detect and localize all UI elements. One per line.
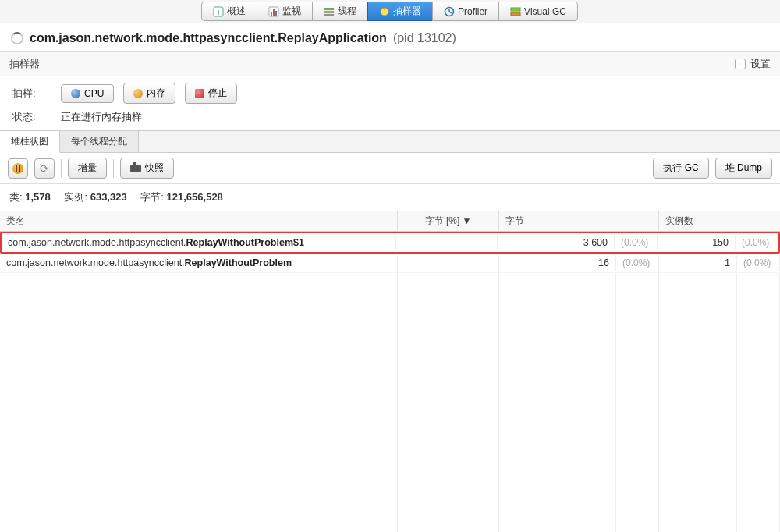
toolbar: ⟳ 增量 快照 执行 GC 堆 Dump — [0, 153, 780, 184]
inner-tabs: 堆柱状图 每个线程分配 — [0, 130, 780, 153]
nav-label: 监视 — [282, 5, 301, 18]
table-body: com.jason.network.mode.httpasyncclient.R… — [0, 232, 780, 532]
info-icon: i — [213, 6, 224, 17]
increment-button[interactable]: 增量 — [68, 158, 107, 179]
table-row[interactable]: com.jason.network.mode.httpasyncclient.R… — [0, 254, 780, 273]
cell-pct — [398, 255, 499, 271]
sampler-icon — [379, 6, 390, 17]
tab-histogram[interactable]: 堆柱状图 — [0, 131, 60, 153]
pause-button[interactable] — [8, 158, 28, 179]
cell-bytes-pct: (0.0%) — [615, 235, 658, 250]
nav-label: 抽样器 — [393, 5, 421, 18]
camera-icon — [130, 165, 141, 172]
class-table: 类名 字节 [%] ▼ 字节 实例数 com.jason.network.mod… — [0, 211, 780, 532]
heap-dump-button[interactable]: 堆 Dump — [715, 158, 772, 179]
svg-line-13 — [449, 12, 452, 13]
class-suffix: ReplayWithoutProblem$1 — [186, 237, 304, 248]
tab-monitor[interactable]: 监视 — [257, 2, 313, 21]
tab-per-thread[interactable]: 每个线程分配 — [60, 131, 139, 152]
nav-label: 概述 — [227, 5, 246, 18]
cell-count: 1 — [659, 255, 737, 271]
pause-icon — [12, 163, 23, 174]
btn-label: 快照 — [145, 161, 164, 175]
svg-rect-15 — [511, 12, 520, 16]
pid-label: (pid 13102) — [393, 31, 456, 45]
sampling-label: 抽样: — [12, 87, 51, 101]
profiler-icon — [444, 6, 455, 17]
perform-gc-button[interactable]: 执行 GC — [653, 158, 708, 179]
cpu-dot-icon — [71, 89, 80, 98]
nav-label: 线程 — [338, 5, 356, 18]
cell-count-pct: (0.0%) — [736, 235, 778, 250]
svg-rect-4 — [273, 9, 275, 16]
top-nav: i 概述 监视 线程 抽样器 Profiler Visual GC — [0, 0, 780, 23]
nav-label: Profiler — [458, 6, 488, 17]
threads-icon — [324, 6, 335, 17]
refresh-button[interactable]: ⟳ — [34, 158, 55, 179]
sub-header-title: 抽样器 — [9, 57, 40, 71]
settings-checkbox[interactable] — [735, 59, 746, 69]
status-row: 状态: 正在进行内存抽样 — [0, 110, 780, 130]
cell-bytes: 16 — [499, 255, 616, 271]
classes-value: 1,578 — [25, 191, 51, 203]
table-row[interactable]: com.jason.network.mode.httpasyncclient.R… — [0, 232, 780, 254]
snapshot-button[interactable]: 快照 — [120, 158, 174, 179]
class-suffix: ReplayWithoutProblem — [185, 257, 292, 268]
cell-pct — [396, 235, 498, 250]
nav-label: Visual GC — [524, 6, 566, 17]
memory-dot-icon — [133, 89, 143, 98]
memory-button[interactable]: 内存 — [123, 83, 176, 104]
svg-rect-7 — [324, 11, 334, 13]
svg-rect-6 — [324, 8, 334, 10]
svg-rect-3 — [271, 12, 272, 16]
sub-header: 抽样器 设置 — [0, 51, 780, 76]
tab-threads[interactable]: 线程 — [312, 2, 368, 21]
svg-rect-5 — [275, 11, 277, 16]
col-header-count[interactable]: 实例数 — [659, 211, 780, 231]
col-header-pct[interactable]: 字节 [%] ▼ — [398, 211, 499, 231]
table-header: 类名 字节 [%] ▼ 字节 实例数 — [0, 211, 780, 232]
col-header-bytes[interactable]: 字节 — [499, 211, 659, 231]
chart-icon — [268, 6, 279, 17]
bytes-label: 字节: — [140, 191, 164, 203]
status-value: 正在进行内存抽样 — [61, 110, 142, 124]
bytes-value: 121,656,528 — [167, 191, 223, 203]
cell-count: 150 — [658, 235, 736, 250]
cell-bytes-pct: (0.0%) — [616, 255, 659, 271]
sampling-row: 抽样: CPU 内存 停止 — [0, 76, 780, 110]
instances-label: 实例: — [64, 191, 87, 203]
col-header-name[interactable]: 类名 — [0, 211, 398, 231]
divider — [113, 159, 114, 178]
table-filler — [0, 273, 780, 532]
tab-overview[interactable]: i 概述 — [201, 2, 257, 21]
instances-value: 633,323 — [90, 191, 127, 203]
classes-label: 类: — [9, 191, 23, 203]
stop-square-icon — [195, 89, 204, 98]
btn-label: 内存 — [147, 87, 165, 100]
svg-rect-8 — [324, 14, 334, 16]
btn-label: CPU — [84, 88, 104, 99]
cpu-button[interactable]: CPU — [61, 84, 114, 103]
gc-icon — [510, 6, 521, 17]
cell-bytes: 3,600 — [498, 235, 615, 250]
svg-rect-14 — [511, 8, 520, 11]
svg-text:i: i — [218, 8, 219, 16]
btn-label: 停止 — [208, 87, 227, 100]
tab-sampler[interactable]: 抽样器 — [367, 2, 433, 21]
divider — [61, 159, 62, 178]
tab-visualgc[interactable]: Visual GC — [498, 2, 578, 21]
loading-spinner-icon — [11, 32, 23, 44]
stats-line: 类: 1,578 实例: 633,323 字节: 121,656,528 — [0, 184, 780, 211]
class-prefix: com.jason.network.mode.httpasyncclient. — [6, 257, 185, 268]
refresh-icon: ⟳ — [40, 162, 49, 175]
cell-count-pct: (0.0%) — [737, 255, 780, 271]
settings-label: 设置 — [750, 57, 771, 71]
page-title: com.jason.network.mode.httpasyncclient.R… — [30, 31, 387, 45]
status-label: 状态: — [12, 110, 51, 124]
tab-profiler[interactable]: Profiler — [432, 2, 499, 21]
class-prefix: com.jason.network.mode.httpasyncclient. — [8, 237, 186, 248]
stop-button[interactable]: 停止 — [185, 83, 237, 104]
title-bar: com.jason.network.mode.httpasyncclient.R… — [0, 23, 780, 51]
svg-point-10 — [384, 9, 385, 10]
